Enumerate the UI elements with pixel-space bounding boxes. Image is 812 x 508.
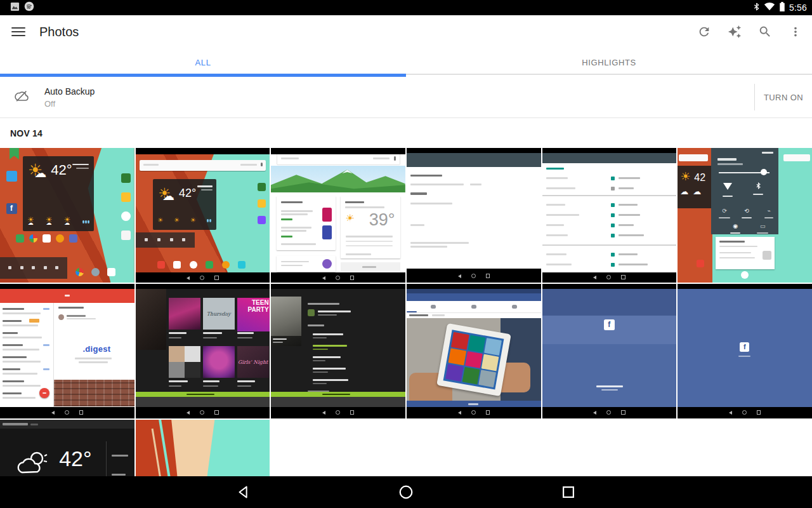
- thumbnail-navbar-icons: [407, 410, 541, 415]
- photo-thumbnail-homescreen-portrait[interactable]: f ☀☁42° ☀☁ ☀☁ ☀☁: [0, 148, 134, 283]
- photo-thumbnail-play-music-grid[interactable]: Thursday TEEN PARTY Girls' Night: [136, 284, 270, 418]
- quick-settings-panel: ⟳ ⟲ ⌁ ◉ ▭: [711, 148, 778, 234]
- gmail-app-icon: [697, 260, 704, 267]
- overflow-menu-icon[interactable]: [788, 24, 803, 39]
- photo-thumbnail-quick-settings[interactable]: ☀ 42 ☁ ☁ ⟳ ⟲ ⌁ ◉ ▭: [678, 148, 812, 283]
- photo-thumbnail-facebook-loading[interactable]: f: [678, 284, 812, 418]
- screen-content: [271, 289, 405, 407]
- photo-thumbnail-google-now[interactable]: ☀☁ 39°: [271, 148, 405, 283]
- facebook-logo: f: [604, 319, 615, 330]
- turn-on-button[interactable]: TURN ON: [764, 77, 803, 117]
- recents-button[interactable]: [487, 484, 650, 500]
- photo-thumbnail-gmail[interactable]: .digest: [0, 284, 134, 418]
- thumbnail-navbar-icons: [136, 410, 270, 415]
- now-card-play-updates: [277, 196, 336, 250]
- twitter-app-icon: [6, 171, 17, 182]
- right-app-icons: [121, 173, 131, 240]
- auto-backup-title: Auto Backup: [44, 86, 95, 97]
- wifi-icon: [764, 2, 775, 13]
- product-image: [322, 208, 332, 222]
- tab-highlights[interactable]: HIGHLIGHTS: [406, 48, 812, 77]
- bluetooth-icon: [753, 2, 760, 14]
- app-icon-row: [16, 234, 77, 243]
- sun-icon: ☀: [680, 171, 690, 182]
- temperature: 42°: [51, 162, 72, 178]
- notification-thumbnail: [763, 251, 771, 260]
- album-art: [271, 297, 301, 346]
- divider: [754, 84, 755, 110]
- temperature: 39°: [369, 210, 395, 230]
- email-photo-bricks: [54, 380, 134, 406]
- cast-screen-tile: ▭: [757, 219, 768, 234]
- auto-backup-status: Off: [44, 99, 95, 109]
- thumbnail-navbar-icons: [271, 410, 405, 415]
- photo-thumbnail-app-info[interactable]: [407, 148, 541, 283]
- temperature: 42°: [179, 187, 196, 200]
- thumbnail-navbar-icons: [542, 275, 677, 279]
- album-card: TEEN PARTY: [237, 298, 269, 331]
- screen-header: [407, 153, 541, 167]
- screen-bezel: [407, 284, 541, 289]
- temperature: 42: [694, 172, 705, 184]
- bottom-app-icons: [75, 268, 115, 276]
- album-card: Girls' Night: [237, 346, 269, 378]
- search-icon[interactable]: [757, 24, 773, 39]
- auto-rotate-tile: ⟳: [719, 204, 730, 218]
- now-playing-bar: [271, 392, 405, 397]
- refresh-icon[interactable]: [697, 24, 712, 39]
- photo-thumbnail-facebook-welcome[interactable]: f: [542, 284, 677, 418]
- facebook-header: [407, 293, 541, 301]
- wifi-tile: [723, 181, 733, 197]
- cloud-icon: ☁: [162, 190, 174, 202]
- screen-bezel: [407, 148, 541, 153]
- screen-bezel: [0, 284, 134, 289]
- search-bar-fragment: [783, 154, 810, 161]
- cast-tile: ⟲: [742, 204, 752, 218]
- tab-divider: [406, 74, 812, 75]
- cloud-off-icon: [13, 88, 30, 107]
- forecast-row: ☀☁ ☀☁ ☀☁: [27, 213, 89, 226]
- menu-icon[interactable]: [11, 25, 25, 39]
- right-app-icons: [258, 183, 266, 224]
- thumbnail-navbar-icons: [271, 276, 405, 280]
- photo-thumbnail-homescreen-landscape[interactable]: ☀☁42° ☀ ☀ ☀: [136, 148, 270, 283]
- screen-bezel: [136, 148, 270, 154]
- thumbnail-navbar-icons: [407, 274, 541, 278]
- photo-thumbnail-play-music-album[interactable]: [271, 284, 405, 418]
- album-thumb: [308, 309, 315, 316]
- back-button[interactable]: [162, 484, 325, 500]
- screen-bezel: [542, 284, 677, 289]
- home-button[interactable]: [325, 484, 487, 500]
- now-card-suggestion: [277, 256, 336, 272]
- facebook-app-icon: f: [6, 203, 17, 214]
- page-title: Photos: [39, 25, 79, 39]
- friends-icon: [431, 305, 436, 309]
- thumbnail-navbar-icons: [678, 410, 812, 415]
- facebook-logo: f: [740, 342, 749, 352]
- weather-widget-fragment: ☀ 42 ☁ ☁: [678, 166, 711, 209]
- moon-cloud-icon: [16, 450, 49, 480]
- status-bar: 5:56: [0, 0, 812, 15]
- divider: [542, 195, 677, 196]
- side-artwork: [136, 289, 166, 350]
- auto-awesome-icon[interactable]: [727, 24, 742, 39]
- status-time: 5:56: [789, 3, 807, 13]
- album-card: [203, 346, 235, 378]
- gmail-header: [0, 289, 134, 303]
- card-footer-button: [341, 262, 400, 272]
- photo-grid: f ☀☁42° ☀☁ ☀☁ ☀☁: [0, 148, 812, 508]
- album-title: Girls' Night: [237, 346, 269, 378]
- notification-card: [716, 237, 775, 269]
- photo-thumbnail-facebook-post[interactable]: [407, 284, 541, 418]
- location-tile: ◉: [730, 219, 740, 234]
- tablet-in-photo: [436, 323, 511, 396]
- compose-fab: [39, 388, 49, 398]
- tab-all[interactable]: ALL: [0, 48, 406, 77]
- facebook-bottom-bar: [407, 401, 541, 407]
- tab-bar: ALL HIGHLIGHTS: [0, 48, 812, 77]
- screen-bezel: [271, 148, 405, 154]
- auto-backup-row[interactable]: Auto Backup Off TURN ON: [0, 77, 812, 118]
- band: [542, 344, 677, 373]
- photo-thumbnail-settings[interactable]: [542, 148, 677, 283]
- promo-chip: [29, 319, 39, 323]
